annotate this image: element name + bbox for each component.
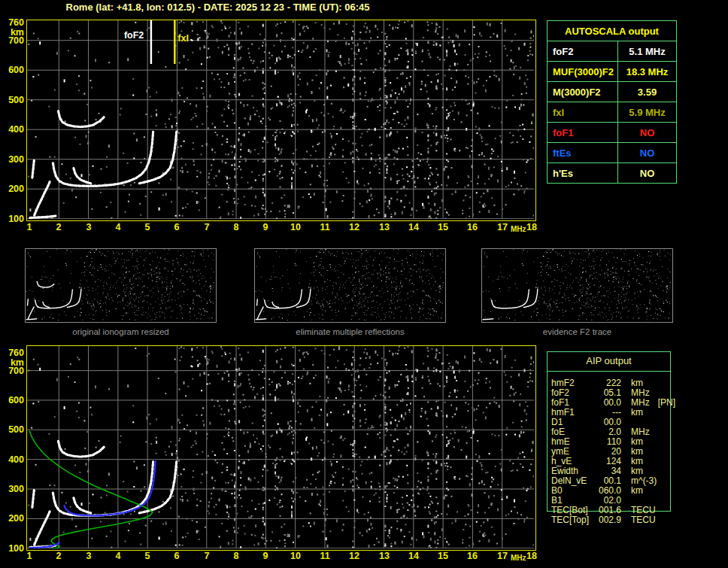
x-tick-label: 9: [256, 222, 275, 232]
x-tick-label: 15: [433, 551, 453, 561]
autoscala-param-label: fxI: [548, 102, 618, 123]
thumbnail-trace-f_main: [492, 289, 529, 308]
thumbnail-eliminate-reflections: [254, 248, 446, 323]
x-tick-label: 8: [226, 222, 246, 232]
autoscala-row-h'Es: h'EsNO: [548, 163, 677, 184]
page-title: Rome (lat: +41.8, lon: 012.5) - DATE: 20…: [28, 2, 408, 13]
thumbnail-trace-e_seg: [483, 319, 493, 320]
autoscala-row-foF2: foF25.1 MHz: [548, 41, 677, 62]
x-tick-label: 4: [108, 551, 128, 561]
x-tick-label: 16: [463, 551, 482, 561]
autoscala-row-foF1: foF1NO: [548, 123, 677, 143]
y-tick-label: 300: [2, 484, 24, 494]
x-tick-label: 2: [49, 222, 68, 232]
aip-param-unit: TECU: [631, 515, 656, 525]
autoscala-param-value: 3.59: [618, 82, 677, 102]
x-tick-label: 12: [344, 551, 364, 561]
x-tick-label: 11: [315, 551, 335, 561]
thumbnail-trace-lower_diag: [29, 307, 35, 319]
electron-density-profile: [29, 431, 153, 549]
autoscala-param-label: M(3000)F2: [548, 82, 618, 102]
y-tick-label: 760: [2, 348, 24, 358]
x-tick-label: 8: [226, 551, 246, 561]
ionogram-trace-x_rise: [139, 132, 177, 183]
autoscala-param-label: foF2: [548, 41, 618, 62]
y-tick-label: 200: [2, 184, 24, 194]
autoscala-param-label: h'Es: [548, 163, 618, 184]
autoscala-row-M(3000)F2: M(3000)F23.59: [548, 82, 677, 102]
thumbnail-caption: original ionogram resized: [25, 327, 217, 336]
x-tick-label: 14: [404, 551, 423, 561]
autoscala-param-value: NO: [618, 123, 677, 143]
x-tick-label: 5: [138, 551, 157, 561]
thumbnail-trace-left_seg: [257, 299, 258, 305]
autoscala-output-table: AUTOSCALA output foF25.1 MHzMUF(3000)F21…: [547, 20, 677, 184]
x-tick-label: 6: [167, 551, 187, 561]
autoscala-row-MUF(3000)F2: MUF(3000)F218.3 MHz: [548, 62, 677, 82]
y-tick-label: 300: [2, 154, 24, 165]
y-tick-label: 700: [2, 366, 24, 376]
x-tick-label: 11: [315, 222, 335, 232]
x-axis-unit-label: MHz: [511, 554, 526, 562]
autoscala-row-fxI: fxI5.9 MHz: [548, 102, 677, 123]
ionogram-bottom-plot: [27, 346, 534, 548]
thumbnail-original-ionogram: [25, 248, 217, 323]
x-axis-unit-label: MHz: [511, 225, 526, 233]
ionogram-trace-left_seg: [32, 160, 34, 178]
x-tick-label: 17: [493, 551, 512, 561]
x-tick-label: 5: [138, 222, 157, 232]
thumbnail-trace-x_cusp: [43, 302, 50, 307]
x-tick-label: 7: [197, 551, 217, 561]
thumbnail-ionogram-image: [482, 249, 671, 320]
thumbnail-trace-left_seg: [28, 299, 29, 305]
ionogram-top-plot: foF2fxI: [27, 20, 534, 219]
thumbnail-caption: evidence F2 trace: [481, 327, 673, 336]
autoscala-param-label: ftEs: [548, 143, 618, 163]
x-tick-label: 15: [433, 222, 453, 232]
aip-param-unit: km: [631, 408, 643, 418]
x-tick-label: 3: [79, 551, 99, 561]
x-tick-label: 1: [20, 222, 39, 232]
x-tick-label: 16: [463, 222, 482, 232]
x-tick-label: 4: [108, 222, 128, 232]
x-tick-label: 13: [375, 551, 394, 561]
aip-param-label: TEC[Top]: [551, 515, 594, 525]
x-tick-label: 10: [286, 222, 305, 232]
y-tick-label: 200: [2, 513, 24, 524]
x-tick-label: 17: [493, 222, 512, 232]
x-tick-label: 10: [286, 551, 305, 561]
y-tick-label: 500: [2, 95, 24, 105]
autoscala-param-value: 5.1 MHz: [618, 41, 677, 62]
x-tick-label: 1: [20, 551, 39, 561]
aip-param-unit: km: [631, 486, 643, 496]
thumbnail-trace-x_rise: [297, 289, 311, 307]
x-tick-label: 13: [375, 222, 394, 232]
autoscala-param-value: NO: [618, 163, 677, 184]
autoscala-screen: Rome (lat: +41.8, lon: 012.5) - DATE: 20…: [0, 0, 728, 568]
x-tick-label: 12: [344, 222, 364, 232]
x-tick-label: 3: [79, 222, 99, 232]
y-tick-label: 600: [2, 65, 24, 75]
thumbnail-trace-x_rise: [524, 289, 538, 307]
thumbnail-evidence-f2-trace: [481, 248, 673, 323]
x-tick-label: 9: [256, 551, 275, 561]
thumbnail-ionogram-image: [255, 249, 444, 320]
thumbnail-trace-second_hop: [37, 282, 54, 287]
thumbnail-trace-x_rise: [68, 289, 81, 307]
fxi-marker-label: fxI: [177, 33, 189, 44]
thumbnail-trace-x_cusp: [272, 302, 279, 307]
autoscala-param-value: NO: [618, 143, 677, 163]
aip-table-header: AIP output: [547, 355, 671, 366]
ionogram-trace-lower_diag: [35, 182, 50, 215]
ionogram-trace-left_seg: [32, 491, 34, 508]
ionogram-trace-lower_diag: [35, 512, 50, 545]
x-tick-label: 14: [404, 222, 423, 232]
ionogram-trace-second_hop: [59, 111, 105, 127]
fof2-marker-label: foF2: [124, 30, 144, 41]
thumbnail-caption: eliminate multiple reflections: [254, 327, 446, 336]
aip-output-rows: hmF2222kmfoF205.1MHzfoF100.0MHz[PN]hmF1-…: [551, 378, 669, 525]
autoscala-table-header: AUTOSCALA output: [548, 21, 677, 41]
x-tick-label: 6: [167, 222, 187, 232]
autoscala-row-ftEs: ftEsNO: [548, 143, 677, 163]
thumbnail-ionogram-image: [26, 249, 214, 320]
